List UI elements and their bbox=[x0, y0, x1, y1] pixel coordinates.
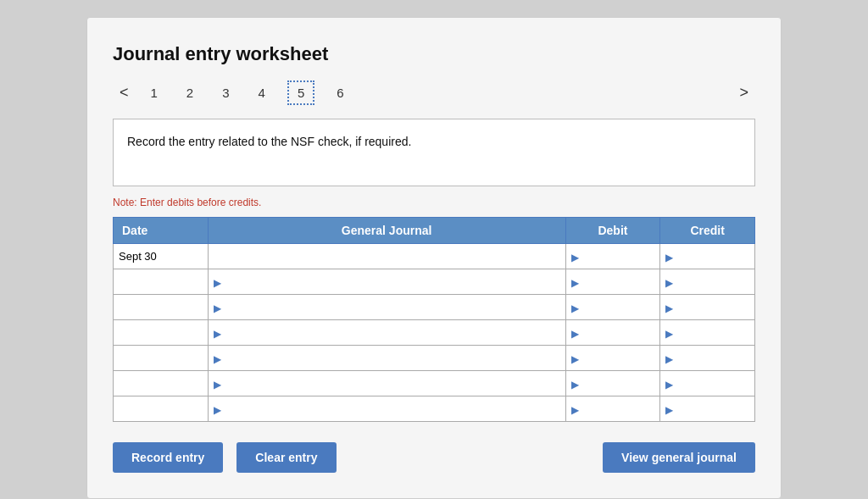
cell-debit-4[interactable]: ▶ bbox=[565, 346, 660, 371]
cell-date-0[interactable]: Sept 30 bbox=[114, 244, 209, 269]
cell-journal-3[interactable]: ▶ bbox=[208, 320, 565, 346]
cell-credit-1[interactable]: ▶ bbox=[660, 269, 755, 295]
nav-prev-arrow[interactable]: < bbox=[113, 80, 136, 105]
header-credit: Credit bbox=[660, 218, 755, 244]
table-row: ▶▶▶ bbox=[114, 295, 755, 320]
nav-numbers: 1 2 3 4 5 6 bbox=[144, 80, 351, 105]
cell-debit-5[interactable]: ▶ bbox=[565, 371, 660, 396]
cell-journal-4[interactable]: ▶ bbox=[208, 346, 565, 371]
journal-entry-card: Journal entry worksheet < 1 2 3 4 5 6 > … bbox=[86, 17, 782, 499]
nav-num-2[interactable]: 2 bbox=[180, 82, 200, 103]
header-date: Date bbox=[114, 218, 209, 244]
nav-num-4[interactable]: 4 bbox=[252, 82, 272, 103]
nav-next-arrow[interactable]: > bbox=[732, 80, 755, 105]
nav-num-5[interactable]: 5 bbox=[287, 80, 314, 105]
instruction-text: Record the entry related to the NSF chec… bbox=[127, 135, 411, 148]
cell-date-6[interactable] bbox=[114, 396, 209, 422]
table-row: Sept 30▶▶ bbox=[114, 244, 755, 269]
cell-journal-2[interactable]: ▶ bbox=[208, 295, 565, 320]
cell-date-2[interactable] bbox=[114, 295, 209, 320]
cell-credit-4[interactable]: ▶ bbox=[660, 346, 755, 371]
cell-credit-3[interactable]: ▶ bbox=[660, 320, 755, 346]
cell-date-4[interactable] bbox=[114, 346, 209, 371]
instruction-box: Record the entry related to the NSF chec… bbox=[113, 119, 755, 186]
cell-credit-0[interactable]: ▶ bbox=[660, 244, 755, 269]
cell-debit-1[interactable]: ▶ bbox=[565, 269, 660, 295]
view-general-journal-button[interactable]: View general journal bbox=[603, 442, 755, 473]
cell-credit-2[interactable]: ▶ bbox=[660, 295, 755, 320]
nav-num-3[interactable]: 3 bbox=[215, 82, 236, 103]
journal-table: Date General Journal Debit Credit Sept 3… bbox=[113, 217, 755, 422]
cell-journal-5[interactable]: ▶ bbox=[208, 371, 565, 396]
cell-debit-0[interactable]: ▶ bbox=[565, 244, 660, 269]
cell-date-1[interactable] bbox=[114, 269, 209, 295]
nav-num-6[interactable]: 6 bbox=[330, 82, 350, 103]
cell-date-5[interactable] bbox=[114, 371, 209, 396]
table-row: ▶▶▶ bbox=[114, 396, 755, 422]
clear-entry-button[interactable]: Clear entry bbox=[236, 442, 336, 473]
page-title: Journal entry worksheet bbox=[113, 43, 755, 65]
header-debit: Debit bbox=[565, 218, 660, 244]
cell-debit-3[interactable]: ▶ bbox=[565, 320, 660, 346]
nav-num-1[interactable]: 1 bbox=[144, 82, 164, 103]
cell-debit-2[interactable]: ▶ bbox=[565, 295, 660, 320]
cell-credit-6[interactable]: ▶ bbox=[660, 396, 755, 422]
table-row: ▶▶▶ bbox=[114, 269, 755, 295]
table-row: ▶▶▶ bbox=[114, 346, 755, 371]
header-general-journal: General Journal bbox=[208, 218, 565, 244]
cell-journal-1[interactable]: ▶ bbox=[208, 269, 565, 295]
note-text: Note: Enter debits before credits. bbox=[113, 197, 755, 208]
cell-date-3[interactable] bbox=[114, 320, 209, 346]
table-row: ▶▶▶ bbox=[114, 371, 755, 396]
record-entry-button[interactable]: Record entry bbox=[113, 442, 223, 473]
nav-row: < 1 2 3 4 5 6 > bbox=[113, 80, 755, 105]
cell-journal-0[interactable] bbox=[208, 244, 565, 269]
button-row: Record entry Clear entry View general jo… bbox=[113, 442, 755, 473]
cell-journal-6[interactable]: ▶ bbox=[208, 396, 565, 422]
cell-debit-6[interactable]: ▶ bbox=[565, 396, 660, 422]
cell-credit-5[interactable]: ▶ bbox=[660, 371, 755, 396]
table-row: ▶▶▶ bbox=[114, 320, 755, 346]
